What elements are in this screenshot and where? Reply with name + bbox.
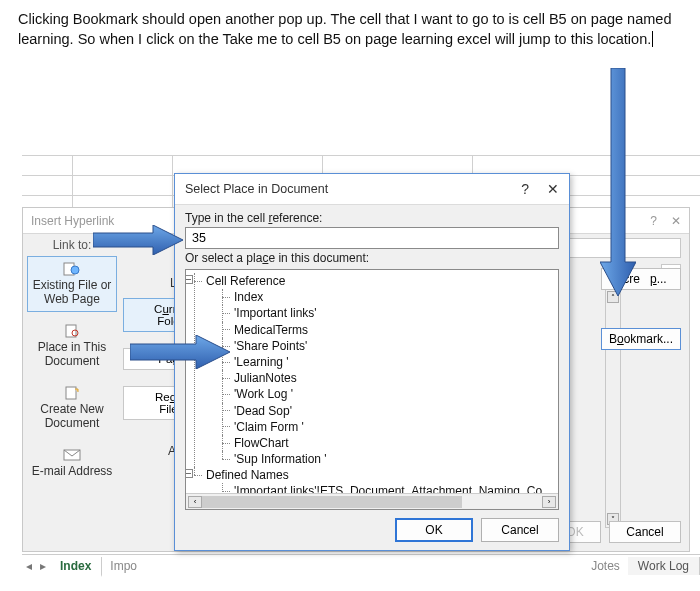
sheet-tab-fragment[interactable]: Jotes — [583, 557, 628, 575]
help-icon[interactable]: ? — [650, 214, 657, 228]
document-target-icon — [63, 324, 81, 338]
envelope-icon — [63, 448, 81, 462]
linkto-existing-file[interactable]: Existing File or Web Page — [27, 256, 117, 312]
or-select-label: Or select a place in this document: — [185, 251, 559, 265]
svg-marker-7 — [130, 335, 230, 369]
tree-sheet-item[interactable]: FlowChart — [222, 435, 554, 451]
sheet-tab-fragment[interactable]: Impo — [102, 557, 145, 575]
tree-sheet-item[interactable]: 'Important links' — [222, 305, 554, 321]
text-cursor — [652, 31, 653, 47]
tree-sheet-item[interactable]: Index — [222, 289, 554, 305]
linkto-email[interactable]: E-mail Address — [27, 442, 117, 484]
hyperlink-cancel-button[interactable]: Cancel — [609, 521, 681, 543]
tree-sheet-item[interactable]: 'Work Log ' — [222, 386, 554, 402]
close-icon[interactable]: ✕ — [671, 214, 681, 228]
help-icon[interactable]: ? — [521, 181, 529, 197]
tree-sheet-item[interactable]: 'Claim Form ' — [222, 419, 554, 435]
svg-rect-4 — [66, 387, 76, 399]
place-cancel-button[interactable]: Cancel — [481, 518, 559, 542]
file-list-scrollbar[interactable]: ˄ ˅ — [605, 288, 621, 528]
annotation-arrow-icon — [600, 68, 636, 296]
svg-rect-2 — [66, 325, 76, 337]
linkto-place-in-doc[interactable]: Place in This Document — [27, 318, 117, 374]
collapse-icon[interactable]: – — [186, 469, 193, 478]
sheet-tab-index[interactable]: Index — [50, 557, 102, 577]
sheet-tab-worklog[interactable]: Work Log — [628, 557, 700, 575]
tree-sheet-item[interactable]: 'Learning ' — [222, 354, 554, 370]
select-place-title: Select Place in Document — [185, 182, 328, 196]
instruction-text: Clicking Bookmark should open another po… — [0, 0, 700, 59]
tree-sheet-item[interactable]: 'Share Points' — [222, 338, 554, 354]
bookmark-button[interactable]: Bookmark... — [601, 328, 681, 350]
select-place-dialog: Select Place in Document ? ✕ Type in the… — [174, 173, 570, 551]
tree-sheet-item[interactable]: 'Sup Information ' — [222, 451, 554, 467]
annotation-arrow-icon — [130, 335, 230, 369]
tree-sheet-item[interactable]: JulianNotes — [222, 370, 554, 386]
annotation-arrow-icon — [93, 225, 183, 255]
svg-marker-6 — [93, 225, 183, 255]
svg-point-1 — [71, 266, 79, 274]
new-document-icon — [63, 386, 81, 400]
select-place-titlebar[interactable]: Select Place in Document ? ✕ — [175, 174, 569, 204]
scroll-left-icon[interactable]: ‹ — [188, 496, 202, 508]
tree-cell-reference[interactable]: – Cell Reference Index 'Important links'… — [194, 273, 554, 467]
tree-sheet-item[interactable]: 'Dead Sop' — [222, 403, 554, 419]
cell-reference-label: Type in the cell reference: — [185, 211, 559, 225]
place-tree[interactable]: – Cell Reference Index 'Important links'… — [185, 269, 559, 510]
cell-reference-input[interactable] — [185, 227, 559, 249]
linkto-create-new[interactable]: Create New Document — [27, 380, 117, 436]
tab-nav-prev-icon[interactable]: ◂ — [22, 559, 36, 573]
tree-h-scrollbar[interactable]: ‹ › — [186, 493, 558, 509]
tree-sheet-item[interactable]: MedicalTerms — [222, 322, 554, 338]
scroll-right-icon[interactable]: › — [542, 496, 556, 508]
close-icon[interactable]: ✕ — [547, 181, 559, 197]
tab-nav-next-icon[interactable]: ▸ — [36, 559, 50, 573]
globe-page-icon — [63, 262, 81, 276]
place-ok-button[interactable]: OK — [395, 518, 473, 542]
sheet-tab-bar: ◂ ▸ Index Impo Jotes Work Log — [22, 554, 700, 576]
collapse-icon[interactable]: – — [186, 275, 193, 284]
svg-marker-8 — [600, 68, 636, 296]
